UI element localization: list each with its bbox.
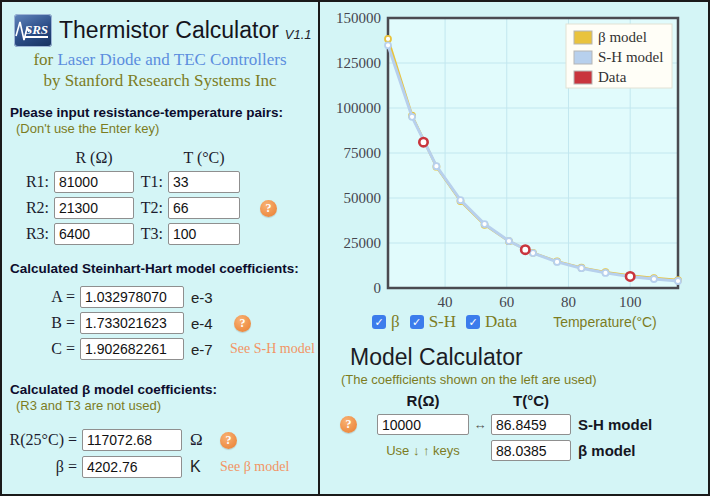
calc-beta-label: β model <box>571 442 706 459</box>
svg-text:25000: 25000 <box>344 235 382 251</box>
app-subtitle: for Laser Diode and TEC Controllers <box>2 50 318 70</box>
sh-model-link[interactable]: See S-H model <box>230 341 318 357</box>
calc-sh-temp-input[interactable] <box>491 414 571 435</box>
chart-controls: ✓ β ✓ S-H ✓ Data Temperature(°C) <box>372 312 706 332</box>
r25-label: R(25°C) = <box>10 431 82 449</box>
legend-swatch-sh-model <box>574 51 592 64</box>
left-panel: SRS Thermistor Calculator V1.1 for Laser… <box>2 2 320 494</box>
svg-text:125000: 125000 <box>336 55 381 71</box>
svg-text:75000: 75000 <box>344 145 382 161</box>
sh-heading: Calculated Steinhart-Hart model coeffici… <box>10 261 318 276</box>
pairs-note: (Don't use the Enter key) <box>16 121 318 136</box>
swap-arrow-icon: ↔ <box>474 417 487 432</box>
coef-b-exponent: e-4 <box>184 315 224 332</box>
waveform-icon <box>15 19 30 43</box>
beta-coef-input[interactable] <box>82 456 182 478</box>
right-panel: 0250005000075000100000125000150000406080… <box>320 2 706 494</box>
sh-help-icon[interactable]: ? <box>234 315 251 332</box>
app-title: Thermistor Calculator <box>59 17 279 44</box>
r1-label: R1: <box>26 173 54 191</box>
coef-c-exponent: e-7 <box>184 341 224 358</box>
checkbox-sh[interactable]: ✓ <box>410 315 424 329</box>
r3-input[interactable] <box>54 223 134 245</box>
coef-b-label: B = <box>51 314 80 332</box>
sh-table: A = e-3 B = e-4 ? C = e-7 See S-H model <box>10 286 318 360</box>
t2-label: T2: <box>141 199 168 217</box>
calc-col-resistance: R(Ω) <box>407 392 440 409</box>
legend-label-sh-model: S-H model <box>598 49 663 65</box>
y-tick-labels: 0250005000075000100000125000150000 <box>336 10 381 296</box>
legend-label-data: Data <box>598 69 627 85</box>
r2-input[interactable] <box>54 197 134 219</box>
beta-heading: Calculated β model coefficients: <box>10 382 318 397</box>
r1-input[interactable] <box>54 171 134 193</box>
x-axis-label: Temperature(°C) <box>553 314 657 330</box>
calc-sh-label: S-H model <box>571 416 706 433</box>
keys-hint: Use ↓ ↑ keys <box>386 443 460 458</box>
r25-input[interactable] <box>82 429 182 451</box>
srs-logo: SRS <box>14 14 52 47</box>
pairs-heading: Please input resistance-temperature pair… <box>10 105 318 120</box>
beta-table: R(25°C) = Ω ? β = K See β model <box>10 429 318 478</box>
svg-text:50000: 50000 <box>344 190 382 206</box>
app-version: V1.1 <box>285 27 312 42</box>
pairs-table: R (Ω) T (°C) R1: T1: R2: T2: ? R3: T3: <box>18 149 318 245</box>
beta-model-link[interactable]: See β model <box>220 459 318 475</box>
calc-note: (The coefficients shown on the left are … <box>341 372 706 387</box>
coef-a-label: A = <box>51 288 80 306</box>
coef-a-exponent: e-3 <box>184 289 224 306</box>
svg-text:150000: 150000 <box>336 10 381 26</box>
resistance-temperature-chart: 0250005000075000100000125000150000406080… <box>320 2 706 312</box>
beta-coef-label: β = <box>56 458 82 476</box>
legend: β modelS-H modelData <box>566 24 672 88</box>
svg-text:40: 40 <box>438 294 453 310</box>
checkbox-sh-label: S-H <box>429 312 456 332</box>
calc-resistance-input[interactable] <box>377 414 469 435</box>
checkbox-data[interactable]: ✓ <box>466 315 480 329</box>
beta-note: (R3 and T3 are not used) <box>16 398 318 413</box>
model-calculator: Model Calculator (The coefficients shown… <box>320 344 706 461</box>
subtitle-prefix: for <box>33 50 57 69</box>
col-header-temperature: T (°C) <box>183 149 224 167</box>
beta-help-icon[interactable]: ? <box>220 432 237 449</box>
svg-text:100: 100 <box>619 294 642 310</box>
app-header: SRS Thermistor Calculator V1.1 for Laser… <box>2 2 318 91</box>
legend-label-beta-model: β model <box>598 29 647 45</box>
x-tick-labels: 406080100 <box>438 294 642 310</box>
coef-a-input[interactable] <box>80 286 184 308</box>
checkbox-data-label: Data <box>485 312 517 332</box>
coef-c-input[interactable] <box>80 338 184 360</box>
checkbox-beta[interactable]: ✓ <box>372 315 386 329</box>
pairs-help-icon[interactable]: ? <box>260 200 277 217</box>
t2-input[interactable] <box>168 197 240 219</box>
coef-b-input[interactable] <box>80 312 184 334</box>
calc-col-temperature: T(°C) <box>513 392 549 409</box>
ohm-unit: Ω <box>182 430 212 450</box>
app-window: SRS Thermistor Calculator V1.1 for Laser… <box>0 0 710 496</box>
calc-beta-temp-input[interactable] <box>491 440 571 461</box>
kelvin-unit: K <box>182 458 212 476</box>
col-header-resistance: R (Ω) <box>75 149 112 167</box>
calc-help-icon[interactable]: ? <box>340 416 357 433</box>
svg-text:60: 60 <box>499 294 514 310</box>
svg-text:80: 80 <box>561 294 576 310</box>
svg-text:0: 0 <box>374 280 382 296</box>
legend-swatch-data <box>574 71 592 84</box>
checkbox-beta-label: β <box>391 312 400 332</box>
t3-label: T3: <box>141 225 168 243</box>
t1-input[interactable] <box>168 171 240 193</box>
coef-c-label: C = <box>51 340 80 358</box>
r2-label: R2: <box>26 199 54 217</box>
subtitle-link: Laser Diode and TEC Controllers <box>57 50 286 69</box>
svg-text:100000: 100000 <box>336 100 381 116</box>
calc-table: R(Ω) T(°C) ? ↔ S-H model Use ↓ ↑ keys β … <box>338 392 706 461</box>
t1-label: T1: <box>141 173 168 191</box>
t3-input[interactable] <box>168 223 240 245</box>
legend-swatch-beta-model <box>574 31 592 44</box>
calc-title: Model Calculator <box>350 344 706 371</box>
app-byline: by Stanford Research Systems Inc <box>2 71 318 91</box>
r3-label: R3: <box>26 225 54 243</box>
